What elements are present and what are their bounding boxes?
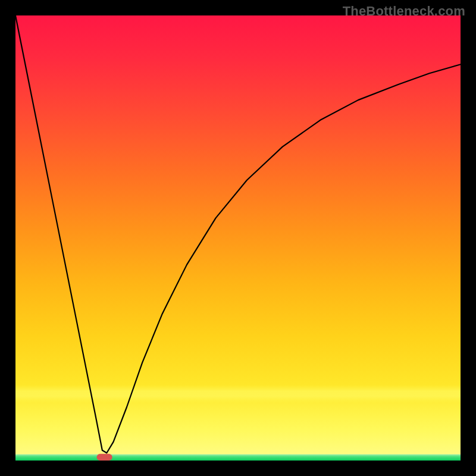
- watermark-text: TheBottleneck.com: [343, 4, 465, 19]
- min-marker: [97, 454, 112, 461]
- chart-frame: TheBottleneck.com: [0, 0, 476, 476]
- chart-layers: [0, 0, 476, 476]
- green-floor: [15, 455, 461, 461]
- bottleneck-chart: [0, 0, 476, 476]
- yellow-band: [15, 385, 461, 403]
